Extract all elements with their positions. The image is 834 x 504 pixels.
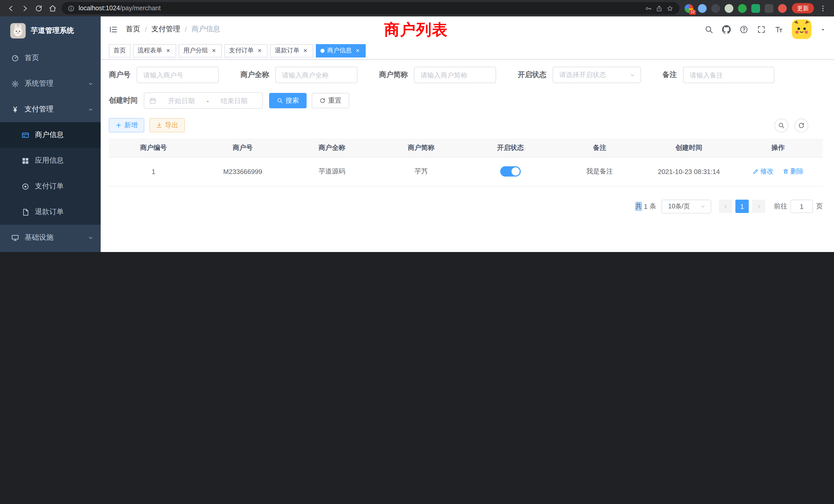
table-toolbar-right bbox=[774, 118, 808, 132]
breadcrumb-home[interactable]: 首页 bbox=[126, 25, 140, 34]
forward-button[interactable] bbox=[18, 1, 32, 15]
tab-refund-order[interactable]: 退款订单 bbox=[270, 44, 313, 57]
tab-pay-order[interactable]: 支付订单 bbox=[224, 44, 267, 57]
reset-button[interactable]: 重置 bbox=[312, 93, 349, 108]
page-content: 商户号 商户全称 商户简称 开启状态 请选择开启状态 bbox=[101, 60, 834, 252]
address-bar[interactable]: localhost:1024/pay/merchant bbox=[62, 2, 679, 14]
refresh-table-button[interactable] bbox=[794, 118, 808, 132]
remark-input[interactable] bbox=[683, 67, 774, 83]
delete-button-label: 删除 bbox=[790, 167, 804, 176]
filter-status: 开启状态 请选择开启状态 bbox=[518, 67, 641, 83]
reset-button-label: 重置 bbox=[328, 96, 342, 105]
close-icon[interactable] bbox=[302, 47, 309, 54]
extension-icon[interactable] bbox=[738, 4, 747, 13]
page-number-button[interactable]: 1 bbox=[736, 200, 749, 213]
next-page-button[interactable] bbox=[752, 200, 765, 213]
share-icon[interactable] bbox=[656, 5, 662, 12]
tab-user-group[interactable]: 用户分组 bbox=[179, 44, 222, 57]
password-key-icon[interactable] bbox=[645, 5, 652, 12]
remark-label: 备注 bbox=[662, 70, 677, 79]
full-name-label: 商户全称 bbox=[240, 70, 269, 79]
breadcrumb-payment[interactable]: 支付管理 bbox=[152, 25, 180, 34]
column-header: 商户编号 bbox=[109, 139, 198, 157]
github-icon[interactable] bbox=[722, 25, 731, 33]
prev-page-button[interactable] bbox=[719, 200, 732, 213]
extension-icon[interactable]: 10 bbox=[684, 4, 693, 13]
column-header: 备注 bbox=[555, 139, 644, 157]
user-avatar[interactable] bbox=[792, 20, 811, 39]
active-tab-dot bbox=[321, 48, 325, 53]
filter-short-name: 商户简称 bbox=[379, 67, 496, 83]
chevron-down-icon bbox=[630, 72, 635, 78]
sidebar-item-label: 首页 bbox=[25, 53, 39, 63]
close-icon[interactable] bbox=[256, 47, 263, 54]
create-time-range-picker[interactable]: - bbox=[144, 92, 263, 109]
extension-icon[interactable] bbox=[711, 4, 720, 13]
document-icon bbox=[21, 208, 30, 216]
fullscreen-icon[interactable] bbox=[757, 25, 766, 33]
delete-button[interactable]: 删除 bbox=[783, 167, 804, 176]
pagination: 共 1 条 10条/页 1 前往 页 bbox=[109, 199, 823, 213]
sidebar-item-infrastructure[interactable]: 基础设施 bbox=[0, 225, 101, 250]
sidebar-item-pay-order[interactable]: 支付订单 bbox=[0, 174, 101, 199]
start-date-input[interactable] bbox=[158, 97, 205, 105]
full-name-input[interactable] bbox=[275, 67, 357, 83]
column-header: 创建时间 bbox=[644, 139, 733, 157]
extension-icon[interactable] bbox=[751, 4, 760, 13]
tab-process-form[interactable]: 流程表单 bbox=[133, 44, 176, 57]
extension-icon[interactable] bbox=[778, 4, 787, 13]
sidebar-item-refund-order[interactable]: 退款订单 bbox=[0, 199, 101, 225]
status-label: 开启状态 bbox=[518, 70, 546, 79]
extension-icon[interactable] bbox=[725, 4, 733, 13]
close-icon[interactable] bbox=[165, 47, 172, 54]
status-toggle[interactable] bbox=[500, 166, 521, 177]
tab-home[interactable]: 首页 bbox=[109, 44, 130, 57]
browser-update-button[interactable]: 更新 bbox=[792, 3, 814, 13]
bookmark-star-icon[interactable] bbox=[666, 5, 673, 12]
tags-view-bar: 首页 流程表单 用户分组 支付订单 退款订单 bbox=[101, 42, 834, 60]
sidebar-item-app-info[interactable]: 应用信息 bbox=[0, 148, 101, 174]
filter-merchant-no: 商户号 bbox=[109, 67, 219, 83]
help-icon[interactable] bbox=[740, 25, 748, 33]
home-button[interactable] bbox=[46, 1, 60, 15]
back-button[interactable] bbox=[4, 1, 18, 15]
site-info-icon[interactable] bbox=[68, 5, 74, 12]
card-icon bbox=[21, 131, 30, 139]
edit-button[interactable]: 修改 bbox=[753, 167, 774, 176]
export-button[interactable]: 导出 bbox=[150, 118, 185, 132]
sidebar-item-system[interactable]: 系统管理 bbox=[0, 71, 101, 96]
search-icon[interactable] bbox=[705, 25, 713, 33]
extension-icon[interactable] bbox=[698, 4, 707, 13]
font-size-icon[interactable] bbox=[774, 25, 783, 33]
merchant-no-input[interactable] bbox=[137, 67, 219, 83]
sidebar-item-dev-tools[interactable]: 研发工具 bbox=[0, 250, 101, 252]
add-button[interactable]: 新增 bbox=[109, 118, 144, 132]
browser-menu-icon[interactable] bbox=[816, 1, 830, 15]
sidebar-item-payment[interactable]: 支付管理 bbox=[0, 96, 101, 122]
cell-merchant-no: M233666999 bbox=[198, 157, 288, 186]
navbar-right-tools bbox=[705, 20, 826, 39]
chevron-down-icon bbox=[700, 204, 706, 209]
close-icon[interactable] bbox=[211, 47, 217, 54]
status-select[interactable]: 请选择开启状态 bbox=[553, 67, 641, 83]
sidebar-toggle-icon[interactable] bbox=[109, 25, 117, 33]
monitor-icon bbox=[10, 234, 20, 242]
caret-down-icon[interactable] bbox=[820, 26, 826, 32]
goto-page-input[interactable] bbox=[790, 200, 813, 213]
page-size-select[interactable]: 10条/页 bbox=[661, 199, 711, 213]
close-icon[interactable] bbox=[354, 47, 361, 54]
short-name-input[interactable] bbox=[414, 67, 496, 83]
end-date-input[interactable] bbox=[211, 97, 257, 105]
page-size-value: 10条/页 bbox=[668, 202, 696, 211]
browser-window: localhost:1024/pay/merchant 10 更新 芋道管理系统 bbox=[0, 0, 834, 252]
sidebar-item-merchant-info[interactable]: 商户信息 bbox=[0, 122, 101, 148]
search-button[interactable]: 搜索 bbox=[269, 93, 307, 108]
url-text: localhost:1024/pay/merchant bbox=[79, 5, 161, 12]
tab-merchant-info[interactable]: 商户信息 bbox=[316, 44, 366, 57]
chevron-down-icon bbox=[88, 81, 93, 87]
sidebar-item-home[interactable]: 首页 bbox=[0, 45, 101, 71]
reload-button[interactable] bbox=[32, 1, 46, 15]
extension-icon[interactable] bbox=[765, 4, 773, 13]
toggle-search-button[interactable] bbox=[774, 118, 788, 132]
app-logo[interactable]: 芋道管理系统 bbox=[0, 17, 101, 45]
